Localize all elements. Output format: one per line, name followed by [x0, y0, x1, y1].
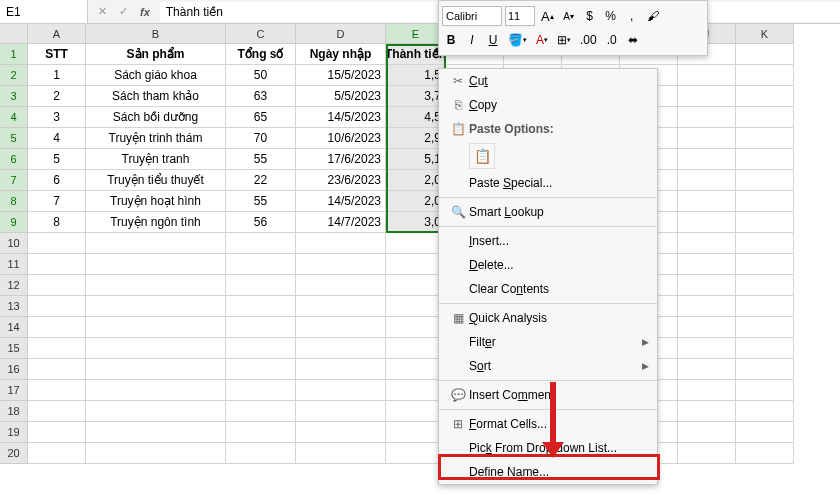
cell[interactable]	[736, 44, 794, 65]
cell[interactable]	[28, 317, 86, 338]
cell[interactable]	[226, 233, 296, 254]
cell[interactable]	[678, 338, 736, 359]
cell[interactable]	[226, 296, 296, 317]
cell[interactable]	[296, 422, 386, 443]
cell[interactable]	[226, 275, 296, 296]
col-header[interactable]: K	[736, 24, 794, 44]
cell[interactable]	[736, 86, 794, 107]
cell[interactable]: 22	[226, 170, 296, 191]
cell[interactable]	[28, 233, 86, 254]
cancel-icon[interactable]: ✕	[94, 5, 111, 18]
row-header[interactable]: 2	[0, 65, 28, 86]
cell[interactable]	[736, 317, 794, 338]
cell[interactable]	[296, 443, 386, 464]
cell[interactable]: Truyện tranh	[86, 149, 226, 170]
cell[interactable]: 2,0	[386, 170, 446, 191]
cell[interactable]	[736, 443, 794, 464]
menu-define-name[interactable]: Define Name...	[439, 460, 657, 484]
italic-button[interactable]: I	[463, 30, 481, 50]
underline-button[interactable]: U	[484, 30, 502, 50]
cell[interactable]	[386, 422, 446, 443]
cell[interactable]	[386, 443, 446, 464]
cell[interactable]	[736, 422, 794, 443]
row-header[interactable]: 3	[0, 86, 28, 107]
cell[interactable]: Sách tham khảo	[86, 86, 226, 107]
cell[interactable]: 14/5/2023	[296, 191, 386, 212]
cell[interactable]: 17/6/2023	[296, 149, 386, 170]
percent-icon[interactable]: %	[602, 6, 620, 26]
row-header[interactable]: 17	[0, 380, 28, 401]
format-painter-icon[interactable]: 🖌	[644, 6, 662, 26]
cell[interactable]	[28, 422, 86, 443]
col-header[interactable]: B	[86, 24, 226, 44]
row-header[interactable]: 20	[0, 443, 28, 464]
cell[interactable]: 5	[28, 149, 86, 170]
cell[interactable]	[678, 275, 736, 296]
menu-insert[interactable]: Insert...	[439, 229, 657, 253]
cell[interactable]	[296, 401, 386, 422]
cell[interactable]	[678, 443, 736, 464]
row-header[interactable]: 9	[0, 212, 28, 233]
row-header[interactable]: 6	[0, 149, 28, 170]
cell[interactable]: 2,0	[386, 191, 446, 212]
menu-pick-dropdown[interactable]: Pick From Drop-down List...	[439, 436, 657, 460]
menu-format-cells[interactable]: ⊞Format Cells...	[439, 412, 657, 436]
cell[interactable]	[736, 338, 794, 359]
cell[interactable]	[736, 128, 794, 149]
cell[interactable]	[736, 275, 794, 296]
cell[interactable]	[86, 422, 226, 443]
cell[interactable]	[226, 380, 296, 401]
cell[interactable]	[736, 191, 794, 212]
cell[interactable]	[678, 359, 736, 380]
cell[interactable]	[736, 380, 794, 401]
cell[interactable]: 70	[226, 128, 296, 149]
cell[interactable]: Truyện trinh thám	[86, 128, 226, 149]
cell[interactable]	[86, 317, 226, 338]
cell[interactable]	[386, 338, 446, 359]
col-header[interactable]: A	[28, 24, 86, 44]
cell[interactable]	[736, 233, 794, 254]
cell[interactable]	[386, 317, 446, 338]
cell[interactable]	[28, 359, 86, 380]
cell[interactable]	[678, 86, 736, 107]
name-box[interactable]: E1	[0, 0, 88, 23]
cell[interactable]	[28, 275, 86, 296]
cell[interactable]: Thành tiền	[386, 44, 446, 65]
cell[interactable]	[226, 317, 296, 338]
cell[interactable]	[86, 296, 226, 317]
cell[interactable]	[678, 317, 736, 338]
menu-paste-special[interactable]: Paste Special...	[439, 171, 657, 195]
cell[interactable]	[296, 338, 386, 359]
cell[interactable]: Sách giáo khoa	[86, 65, 226, 86]
cell[interactable]	[386, 401, 446, 422]
cell[interactable]: 50	[226, 65, 296, 86]
cell[interactable]	[678, 401, 736, 422]
cell[interactable]: Sách bồi dưỡng	[86, 107, 226, 128]
cell[interactable]: Ngày nhập	[296, 44, 386, 65]
menu-sort[interactable]: Sort▶	[439, 354, 657, 378]
row-header[interactable]: 18	[0, 401, 28, 422]
cell[interactable]	[86, 380, 226, 401]
cell[interactable]	[736, 359, 794, 380]
cell[interactable]	[28, 443, 86, 464]
cell[interactable]	[226, 422, 296, 443]
menu-quick-analysis[interactable]: ▦Quick Analysis	[439, 306, 657, 330]
cell[interactable]	[86, 338, 226, 359]
cell[interactable]	[296, 254, 386, 275]
cell[interactable]	[678, 65, 736, 86]
cell[interactable]	[296, 359, 386, 380]
cell[interactable]	[28, 338, 86, 359]
row-header[interactable]: 1	[0, 44, 28, 65]
cell[interactable]	[296, 233, 386, 254]
col-header[interactable]: D	[296, 24, 386, 44]
menu-filter[interactable]: Filter▶	[439, 330, 657, 354]
cell[interactable]	[678, 212, 736, 233]
decrease-font-icon[interactable]: A▾	[560, 6, 578, 26]
cells-grid[interactable]: STTSản phẩmTổng sốNgày nhậpThành tiền1Sá…	[28, 44, 794, 464]
cell[interactable]	[28, 401, 86, 422]
row-header[interactable]: 8	[0, 191, 28, 212]
cell[interactable]: 2	[28, 86, 86, 107]
row-header[interactable]: 19	[0, 422, 28, 443]
cell[interactable]	[678, 149, 736, 170]
cell[interactable]	[736, 107, 794, 128]
